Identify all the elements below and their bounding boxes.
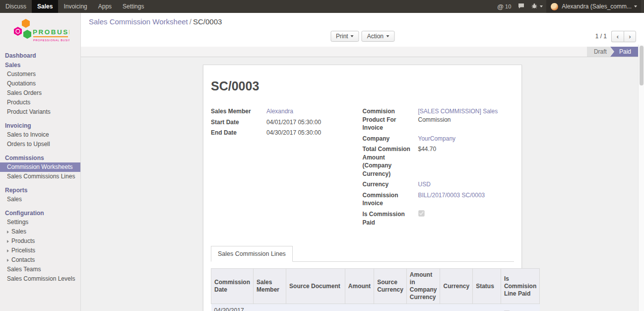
company-link[interactable]: YourCompany <box>418 135 456 142</box>
sidebar-item-customers[interactable]: Customers <box>0 70 80 79</box>
col-commission-date[interactable]: Commission Date <box>211 269 254 304</box>
commission-invoice-link[interactable]: BILL/2017/0003 SC/0003 <box>418 192 485 199</box>
menu-settings[interactable]: Settings <box>117 0 149 13</box>
menu-discuss[interactable]: Discuss <box>0 0 32 13</box>
breadcrumb: Sales Commission Worksheet/SC/0003 <box>89 17 636 26</box>
sidebar-item-sales-commission-levels[interactable]: Sales Commission Levels <box>0 274 80 284</box>
pager-buttons: ‹ › <box>611 31 636 42</box>
sidebar-item-label: Contacts <box>11 256 35 263</box>
field-label: Currency <box>363 180 418 189</box>
field-label: Total Commision Amount (Company Currency… <box>363 145 418 178</box>
action-button-label: Action <box>367 33 384 40</box>
sales-member-link[interactable]: Alexandra <box>266 108 293 115</box>
vertical-scrollbar[interactable] <box>638 45 644 311</box>
sidebar-item-sales-to-invoice[interactable]: Sales to Invoice <box>0 130 80 140</box>
sidebar-item-sales-orders[interactable]: Sales Orders <box>0 88 80 98</box>
sidebar-section-sales[interactable]: Sales <box>0 61 80 70</box>
field-sales-member: Sales Member Alexandra <box>211 107 350 116</box>
col-amount[interactable]: Amount <box>345 269 374 304</box>
menu-invoicing[interactable]: Invoicing <box>58 0 92 13</box>
currency-link[interactable]: USD <box>418 181 431 188</box>
sidebar-item-label: Sales <box>11 228 26 235</box>
cell-status: Invoiced <box>473 304 501 311</box>
sidebar-item-reports-sales[interactable]: Sales <box>0 195 80 204</box>
action-button[interactable]: Action <box>362 31 394 42</box>
sidebar-section-configuration[interactable]: Configuration <box>0 209 80 218</box>
tab-sales-commission-lines[interactable]: Sales Commission Lines <box>211 246 293 262</box>
col-source-document[interactable]: Source Document <box>286 269 345 304</box>
user-menu-button[interactable]: Alexandra (Sales_comm... <box>546 0 641 13</box>
menu-sales[interactable]: Sales <box>32 0 58 13</box>
sidebar-item-config-contacts[interactable]: Contacts <box>0 255 80 265</box>
sidebar-item-config-sales[interactable]: Sales <box>0 227 80 236</box>
debug-menu-button[interactable] <box>528 0 546 13</box>
sidebar-section-reports[interactable]: Reports <box>0 186 80 195</box>
start-date-value: 04/01/2017 05:30:00 <box>266 118 350 127</box>
chat-icon <box>518 3 524 10</box>
print-button[interactable]: Print <box>330 31 359 42</box>
sidebar-item-settings[interactable]: Settings <box>0 218 80 227</box>
action-buttons: Print Action <box>330 31 394 42</box>
field-start-date: Start Date 04/01/2017 05:30:00 <box>211 118 350 127</box>
col-sales-member[interactable]: Sales Member <box>254 269 286 304</box>
caret-right-icon <box>7 240 9 243</box>
cell-amount: $ 7.50 <box>345 304 374 311</box>
record-title: SC/0003 <box>211 79 514 93</box>
main-menus: Discuss Sales Invoicing Apps Settings <box>0 0 149 13</box>
field-label: Sales Member <box>211 107 266 116</box>
field-currency: Currency USD <box>363 180 515 189</box>
print-button-label: Print <box>336 33 348 40</box>
sidebar-item-commission-worksheets[interactable]: Commission Worksheets <box>0 162 80 172</box>
sidebar-item-config-pricelists[interactable]: Pricelists <box>0 246 80 255</box>
notification-count: 10 <box>505 3 511 9</box>
sidebar-item-config-products[interactable]: Products <box>0 236 80 246</box>
activities-button[interactable]: @ 10 <box>494 0 515 13</box>
content-area: Sales Commission Worksheet/SC/0003 Print… <box>81 13 644 311</box>
breadcrumb-parent-link[interactable]: Sales Commission Worksheet <box>89 17 188 26</box>
systray: @ 10 Alexandra (Sales_comm... <box>494 0 644 13</box>
caret-right-icon <box>7 249 9 252</box>
pager-previous-button[interactable]: ‹ <box>611 31 624 42</box>
sidebar-section-invoicing[interactable]: Invoicing <box>0 121 80 130</box>
messages-button[interactable] <box>515 0 528 13</box>
caret-down-icon <box>351 35 354 37</box>
sidebar-section-dashboard[interactable]: Dashboard <box>0 51 80 60</box>
svg-text:PROFESSIONAL BUSINESS: PROFESSIONAL BUSINESS <box>33 39 69 42</box>
col-status[interactable]: Status <box>473 269 501 304</box>
notebook: Sales Commission Lines Commission Date S… <box>211 246 514 311</box>
sidebar-item-orders-to-upsell[interactable]: Orders to Upsell <box>0 140 80 149</box>
status-paid[interactable]: Paid <box>610 47 638 57</box>
scrollbar-thumb[interactable] <box>640 46 644 85</box>
caret-down-icon <box>540 5 543 7</box>
company-logo: PROBUSE PROFESSIONAL BUSINESS <box>0 13 80 51</box>
user-avatar <box>550 2 559 11</box>
statusbar: Draft Paid <box>81 47 644 57</box>
menu-apps[interactable]: Apps <box>93 0 117 13</box>
is-commission-paid-checkbox[interactable] <box>418 210 424 216</box>
pager-next-button[interactable]: › <box>624 31 636 42</box>
svg-text:PROBUSE: PROBUSE <box>33 28 69 36</box>
cell-amount-company: 7.50 <box>406 304 440 311</box>
col-currency[interactable]: Currency <box>440 269 473 304</box>
commission-lines-table: Commission Date Sales Member Source Docu… <box>211 268 540 311</box>
caret-down-icon <box>386 35 389 37</box>
field-group-right: Commision Product For Invoice [SALES COM… <box>363 107 515 229</box>
sidebar-item-sales-teams[interactable]: Sales Teams <box>0 265 80 274</box>
col-is-commission-line-paid[interactable]: Is Commision Line Paid <box>501 269 539 304</box>
main-layout: PROBUSE PROFESSIONAL BUSINESS Dashboard … <box>0 13 644 311</box>
cell-source: CUST.IN/2017/0001 <box>286 304 345 311</box>
sidebar-item-sales-commissions-lines[interactable]: Sales Commissions Lines <box>0 172 80 181</box>
status-draft[interactable]: Draft <box>587 47 614 57</box>
field-label: Start Date <box>211 118 266 127</box>
cell-date: 04/20/2017 05:30:00 <box>211 304 254 311</box>
sidebar-item-quotations[interactable]: Quotations <box>0 79 80 88</box>
pager: 1 / 1 ‹ › <box>595 31 636 42</box>
table-row[interactable]: 04/20/2017 05:30:00 Alexandra CUST.IN/20… <box>211 304 540 311</box>
commission-product-link[interactable]: [SALES COMMISSION] Sales <box>418 108 498 115</box>
col-source-currency[interactable]: Source Currency <box>374 269 407 304</box>
sidebar-section-commissions[interactable]: Commissions <box>0 154 80 162</box>
sidebar-nav: Dashboard Sales Customers Quotations Sal… <box>0 51 80 289</box>
sidebar-item-product-variants[interactable]: Product Variants <box>0 107 80 117</box>
col-amount-company-currency[interactable]: Amount in Company Currency <box>406 269 440 304</box>
sidebar-item-products[interactable]: Products <box>0 98 80 107</box>
